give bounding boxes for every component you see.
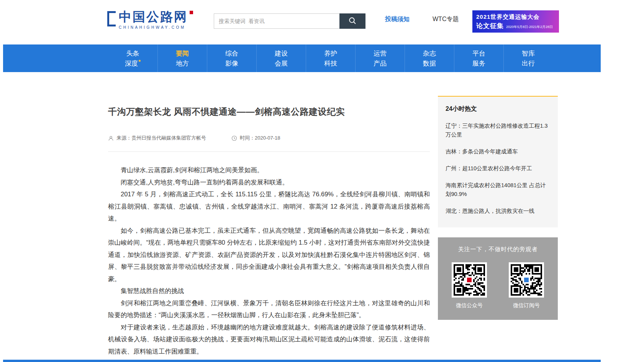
qr-label: 微信订阅号 (507, 302, 546, 309)
article-title: 千沟万壑架长龙 风雨不惧建通途——剑榕高速公路建设纪实 (108, 106, 430, 118)
hot-article-link[interactable]: 吉林：多条公路今年建成通车 (446, 147, 550, 156)
banner-dates: 2020年5月8日-2021年2月28日 (506, 25, 553, 30)
header-links: 投稿须知 WTC专题 (385, 15, 459, 23)
nav-item-yanghu-keji[interactable]: 养护 科技 (306, 44, 355, 72)
article-time: 时间：2020-07-18 (231, 135, 280, 142)
article: 千沟万壑架长龙 风雨不惧建通途——剑榕高速公路建设纪实 来源：贵州日报当代融媒体… (108, 96, 430, 362)
footer-top-strip (3, 360, 601, 362)
hot-articles-title: 24小时热文 (446, 105, 550, 113)
logo-title: 中国公路网 (119, 10, 188, 24)
nav-label[interactable]: 产品 (356, 59, 405, 69)
site-logo[interactable]: 中国公路网 CHINAHIGHWAY.COM (107, 10, 188, 30)
article-source: 来源：贵州日报当代融媒体集团官方帐号 (108, 135, 206, 142)
nav-label[interactable]: 综合 (207, 49, 256, 59)
hot-article-link[interactable]: 湖北：恩施公路人，抗洪救灾在一线 (446, 207, 550, 216)
qr-cell-public-account: 微信公众号 (450, 262, 488, 309)
search-input[interactable] (214, 13, 339, 29)
nav-item-zonghe-yingxiang[interactable]: 综合 影像 (207, 44, 256, 72)
wechat-follow-box: 关注一下，不做时代的旁观者 微信公众号 微信订阅号 (438, 237, 558, 320)
hot-article-link[interactable]: 海南累计完成农村公路14081公里 占总计划90.9% (446, 181, 550, 199)
page: 中国公路网 CHINAHIGHWAY.COM 投稿须知 WTC专题 2021 (3, 0, 601, 362)
nav-item-toutiao-shendu[interactable]: 头条 深度 (108, 44, 157, 72)
wechat-subscription-qr-code (509, 262, 544, 298)
nav-label[interactable]: 运营 (356, 49, 405, 59)
conference-banner-ad[interactable]: 2021世界交通运输大会 论文征集 2020年5月8日-2021年2月28日 (472, 10, 559, 33)
search-icon (348, 16, 357, 26)
header: 中国公路网 CHINAHIGHWAY.COM 投稿须知 WTC专题 2021 (3, 0, 601, 44)
paragraph: 闭塞交通,人穷地贫,弯弯山路一直制约着两县的发展和联通。 (108, 176, 430, 189)
nav-dot-icon (139, 60, 141, 62)
wechat-public-qr-code (452, 262, 487, 298)
nav-label[interactable]: 科技 (306, 59, 355, 69)
qr-label: 微信公众号 (450, 302, 488, 309)
banner-subtitle: 论文征集 (476, 21, 504, 30)
nav-label[interactable]: 建设 (257, 49, 306, 59)
nav-label[interactable]: 会展 (257, 59, 306, 69)
follow-title: 关注一下，不做时代的旁观者 (438, 246, 558, 253)
nav-label[interactable]: 头条 (108, 49, 157, 59)
nav-label[interactable]: 影像 (207, 59, 256, 69)
nav-label[interactable]: 地方 (158, 59, 207, 69)
meta-divider (108, 151, 430, 152)
time-text: 时间：2020-07-18 (240, 135, 280, 142)
banner-title: 2021世界交通运输大会 (476, 13, 555, 21)
nav-label-active[interactable]: 要闻 (158, 49, 207, 59)
nav-item-zhiku-chuxing[interactable]: 智库 出行 (503, 44, 553, 72)
paragraph: 2017 年 5 月，剑榕高速正式动工，全长 115.115 公里，桥隧比高达 … (108, 188, 430, 225)
paragraph: 青山绿水,云蒸霞蔚,剑河和榕江两地之间美景如画。 (108, 164, 430, 176)
logo-red-mark (190, 11, 193, 14)
sidebar: 24小时热文 辽宁：三年实施农村公路维修改造工程1.3万公里 吉林：多条公路今年… (438, 96, 558, 320)
main-content: 千沟万壑架长龙 风雨不惧建通途——剑榕高速公路建设纪实 来源：贵州日报当代融媒体… (3, 72, 601, 362)
search-button[interactable] (339, 13, 365, 29)
nav-label[interactable]: 出行 (504, 59, 553, 69)
nav-item-yunying-chanpin[interactable]: 运营 产品 (355, 44, 405, 72)
nav-item-zazhi-shuju[interactable]: 杂志 数据 (405, 44, 454, 72)
hot-articles-box: 24小时热文 辽宁：三年实施农村公路维修改造工程1.3万公里 吉林：多条公路今年… (438, 96, 558, 227)
source-text: 来源：贵州日报当代融媒体集团官方帐号 (116, 135, 206, 142)
nav-label[interactable]: 数据 (405, 59, 454, 69)
paragraph: 集智慧战胜自然的挑战 (108, 285, 430, 297)
search-bar (214, 13, 365, 29)
logo-subtitle: CHINAHIGHWAY.COM (119, 25, 188, 30)
nav-label[interactable]: 杂志 (405, 49, 454, 59)
main-nav: 头条 深度 要闻 地方 综合 影像 建设 会展 养护 科技 运营 产品 (3, 44, 601, 72)
hot-article-link[interactable]: 广州：超110公里农村公路今年开工 (446, 164, 550, 173)
nav-list: 头条 深度 要闻 地方 综合 影像 建设 会展 养护 科技 运营 产品 (108, 44, 553, 72)
paragraph: 剑河和榕江两地之间重峦叠嶂、江河纵横、景象万千，清朝名臣林则徐在行经这片土地，对… (108, 297, 430, 321)
nav-item-jianshe-huizhan[interactable]: 建设 会展 (256, 44, 306, 72)
nav-item-pingtai-fuwu[interactable]: 平台 服务 (454, 44, 503, 72)
clock-icon (231, 135, 237, 141)
nav-label[interactable]: 深度 (108, 59, 157, 69)
nav-label[interactable]: 平台 (454, 49, 503, 59)
nav-item-yaowen-difang[interactable]: 要闻 地方 (157, 44, 207, 72)
paragraph: 如今，剑榕高速公路已基本完工，虽未正式通车，但从高空眺望，宽阔通畅的高速公路犹如… (108, 225, 430, 285)
paragraph: 对于建设者来说，生态越原始，环境越幽闭的地方建设难度就越大。剑榕高速的建设除了便… (108, 321, 430, 358)
qr-cell-subscription-account: 微信订阅号 (507, 262, 546, 309)
nav-label[interactable]: 服务 (454, 59, 503, 69)
article-body: 青山绿水,云蒸霞蔚,剑河和榕江两地之间美景如画。 闭塞交通,人穷地贫,弯弯山路一… (108, 164, 430, 362)
nav-label[interactable]: 智库 (504, 49, 553, 59)
logo-bracket-icon (107, 11, 116, 26)
submit-notice-link[interactable]: 投稿须知 (385, 15, 410, 23)
user-icon (108, 135, 114, 141)
article-meta: 来源：贵州日报当代融媒体集团官方帐号 时间：2020-07-18 (108, 135, 430, 142)
wtc-topic-link[interactable]: WTC专题 (433, 15, 459, 23)
hot-article-link[interactable]: 辽宁：三年实施农村公路维修改造工程1.3万公里 (446, 122, 550, 139)
nav-label[interactable]: 养护 (306, 49, 355, 59)
